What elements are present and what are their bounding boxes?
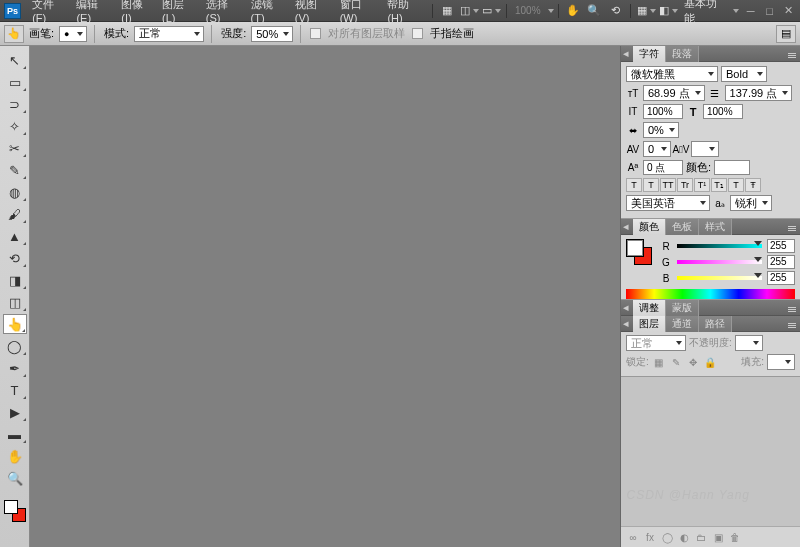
guides-icon[interactable]: ◧ — [660, 3, 676, 19]
small-caps[interactable]: Tr — [677, 178, 693, 192]
color-swatches[interactable] — [4, 500, 26, 522]
panel-menu-icon[interactable] — [786, 53, 798, 54]
layer-mask-icon[interactable]: ◯ — [660, 530, 674, 544]
faux-bold[interactable]: T — [626, 178, 642, 192]
arrange-icon[interactable]: ◫ — [461, 3, 477, 19]
zoom-tool-icon[interactable]: 🔍 — [587, 3, 602, 19]
font-size-input[interactable]: 68.99 点 — [643, 85, 705, 101]
menu-layer[interactable]: 图层(L) — [157, 0, 201, 24]
collapse-icon[interactable]: ◂ — [621, 301, 631, 314]
strikethrough[interactable]: Ŧ — [745, 178, 761, 192]
foreground-swatch[interactable] — [4, 500, 18, 514]
fg-color[interactable] — [626, 239, 644, 257]
tab-paragraph[interactable]: 段落 — [666, 46, 699, 62]
brush-tool[interactable]: 🖌 — [3, 204, 27, 224]
layer-blend-select[interactable]: 正常 — [626, 335, 686, 351]
menu-view[interactable]: 视图(V) — [290, 0, 335, 24]
collapse-icon[interactable]: ◂ — [621, 220, 631, 233]
tracking-input[interactable]: 0% — [643, 122, 679, 138]
tab-color[interactable]: 颜色 — [633, 219, 666, 235]
panel-menu-icon[interactable] — [786, 323, 798, 324]
antialias-select[interactable]: 锐利 — [730, 195, 772, 211]
tool-preset-icon[interactable]: 👆 — [4, 25, 24, 43]
hand-tool-icon[interactable]: ✋ — [566, 3, 581, 19]
text-color-swatch[interactable] — [714, 160, 750, 175]
g-slider[interactable] — [677, 257, 762, 267]
marquee-tool[interactable]: ▭ — [3, 72, 27, 92]
all-caps[interactable]: TT — [660, 178, 676, 192]
crop-tool[interactable]: ✂ — [3, 138, 27, 158]
tab-swatches[interactable]: 色板 — [666, 219, 699, 235]
leading-input[interactable]: 137.99 点 — [725, 85, 793, 101]
tab-paths[interactable]: 路径 — [699, 316, 732, 332]
new-layer-icon[interactable]: ▣ — [711, 530, 725, 544]
opacity-input[interactable] — [735, 335, 763, 351]
link-layers-icon[interactable]: ∞ — [626, 530, 640, 544]
subscript[interactable]: T₁ — [711, 178, 727, 192]
gradient-tool[interactable]: ◫ — [3, 292, 27, 312]
lock-move-icon[interactable]: ✥ — [686, 355, 700, 369]
collapse-icon[interactable]: ◂ — [621, 317, 631, 330]
pen-tool[interactable]: ✒ — [3, 358, 27, 378]
kerning2-input[interactable] — [691, 141, 719, 157]
vscale-input[interactable]: 100% — [643, 104, 683, 119]
menu-select[interactable]: 选择(S) — [201, 0, 246, 24]
hand-tool[interactable]: ✋ — [3, 446, 27, 466]
type-tool[interactable]: T — [3, 380, 27, 400]
lock-paint-icon[interactable]: ✎ — [669, 355, 683, 369]
panel-menu-icon[interactable] — [786, 226, 798, 227]
collapse-icon[interactable]: ◂ — [621, 47, 631, 60]
font-style-select[interactable]: Bold — [721, 66, 767, 82]
close-button[interactable]: ✕ — [781, 5, 796, 17]
minimize-button[interactable]: ─ — [743, 5, 758, 17]
stamp-tool[interactable]: ▲ — [3, 226, 27, 246]
shape-tool[interactable]: ▬ — [3, 424, 27, 444]
kerning-input[interactable]: 0 — [643, 141, 671, 157]
move-tool[interactable]: ↖ — [3, 50, 27, 70]
layer-fx-icon[interactable]: fx — [643, 530, 657, 544]
eyedropper-tool[interactable]: ✎ — [3, 160, 27, 180]
r-value[interactable]: 255 — [767, 239, 795, 253]
canvas-area[interactable] — [30, 46, 620, 547]
color-picker-swatches[interactable] — [626, 239, 652, 265]
color-spectrum[interactable] — [626, 289, 795, 299]
r-slider[interactable] — [677, 241, 762, 251]
blend-mode-select[interactable]: 正常 — [134, 26, 204, 42]
tab-adjust[interactable]: 调整 — [633, 300, 666, 316]
bridge-icon[interactable]: ▦ — [440, 3, 455, 19]
screen-mode-icon[interactable]: ▭ — [483, 3, 499, 19]
rotate-view-icon[interactable]: ⟲ — [608, 3, 623, 19]
smudge-tool[interactable]: 👆 — [3, 314, 27, 334]
tab-styles[interactable]: 样式 — [699, 219, 732, 235]
layers-list[interactable] — [621, 377, 800, 526]
faux-italic[interactable]: T — [643, 178, 659, 192]
finger-paint-checkbox[interactable] — [412, 28, 423, 39]
language-select[interactable]: 美国英语 — [626, 195, 710, 211]
maximize-button[interactable]: □ — [762, 5, 777, 17]
b-slider[interactable] — [677, 273, 762, 283]
menu-edit[interactable]: 编辑(E) — [71, 0, 116, 24]
g-value[interactable]: 255 — [767, 255, 795, 269]
hscale-input[interactable]: 100% — [703, 104, 743, 119]
menu-file[interactable]: 文件(F) — [27, 0, 71, 24]
panel-menu-icon[interactable]: ▤ — [776, 25, 796, 43]
font-family-select[interactable]: 微软雅黑 — [626, 66, 718, 82]
sample-all-checkbox[interactable] — [310, 28, 321, 39]
tab-layers[interactable]: 图层 — [633, 316, 666, 332]
path-select-tool[interactable]: ▶ — [3, 402, 27, 422]
lasso-tool[interactable]: ⊃ — [3, 94, 27, 114]
baseline-input[interactable]: 0 点 — [643, 160, 683, 175]
eraser-tool[interactable]: ◨ — [3, 270, 27, 290]
menu-filter[interactable]: 滤镜(T) — [246, 0, 290, 24]
trash-icon[interactable]: 🗑 — [728, 530, 742, 544]
wand-tool[interactable]: ✧ — [3, 116, 27, 136]
tab-mask[interactable]: 蒙版 — [666, 300, 699, 316]
tab-character[interactable]: 字符 — [633, 46, 666, 62]
brush-preset-picker[interactable]: ● — [59, 26, 87, 42]
history-brush-tool[interactable]: ⟲ — [3, 248, 27, 268]
superscript[interactable]: T¹ — [694, 178, 710, 192]
workspace-switcher[interactable]: 基本功能 — [679, 0, 730, 26]
lock-pixels-icon[interactable]: ▦ — [652, 355, 666, 369]
strength-input[interactable]: 50% — [251, 26, 293, 42]
zoom-tool[interactable]: 🔍 — [3, 468, 27, 488]
